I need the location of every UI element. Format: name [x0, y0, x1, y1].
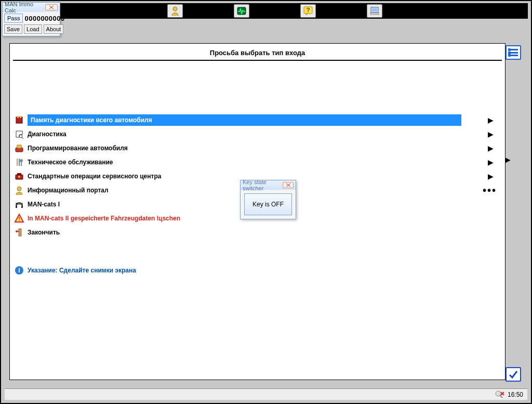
confirm-button[interactable] — [506, 367, 521, 382]
key-switcher-title: Key state switcher — [243, 179, 283, 191]
menu-item-label: Диагностика — [28, 131, 66, 138]
svg-rect-17 — [17, 159, 18, 166]
more-icon: ••• — [483, 188, 497, 192]
key-switcher-window[interactable]: Key state switcher Key is OFF — [240, 180, 296, 219]
menu-item-label: MAN-cats I — [28, 201, 60, 208]
svg-text:?: ? — [307, 7, 310, 13]
svg-point-0 — [173, 7, 177, 11]
chevron-right-icon: ▶ — [488, 158, 494, 166]
top-toolbar: ? — [4, 3, 528, 19]
help-icon: ? — [303, 6, 313, 16]
menu-item[interactable]: Память диагностики всего автомобиля▶ — [10, 113, 505, 127]
menu-item-icon — [14, 171, 24, 181]
svg-rect-11 — [20, 116, 21, 118]
menu-item-label: Стандартные операции сервисного центра — [28, 173, 161, 180]
app-window: ? MAN Immo Calc Pass 0000000000 Save Loa… — [0, 0, 532, 404]
immo-save-button[interactable]: Save — [4, 24, 22, 34]
svg-line-38 — [500, 395, 502, 398]
person-icon — [171, 6, 179, 16]
immo-load-button[interactable]: Load — [24, 24, 42, 34]
menu-item-icon — [14, 227, 24, 238]
heading-divider — [13, 60, 502, 61]
svg-rect-9 — [16, 117, 22, 123]
info-icon: i — [14, 265, 24, 276]
chevron-right-icon: ▶ — [488, 116, 494, 124]
menu-item-icon — [14, 115, 24, 125]
chevron-right-icon: ▶ — [488, 130, 494, 138]
immo-calc-window[interactable]: MAN Immo Calc Pass 0000000000 Save Load … — [2, 2, 60, 36]
status-time: 16:50 — [508, 391, 523, 398]
svg-rect-10 — [17, 116, 19, 118]
menu-item-icon — [14, 157, 24, 167]
key-toggle-button[interactable]: Key is OFF — [244, 193, 292, 215]
svg-point-23 — [18, 176, 20, 178]
warning-icon: ! — [14, 213, 24, 224]
chevron-right-icon: ▶ — [488, 144, 494, 152]
menu-item-label: Техническое обслуживание — [28, 159, 113, 166]
hint-row: i Указание: Сделайте снимки экрана — [10, 265, 505, 276]
menu-item-label: Программирование автомобиля — [28, 145, 128, 152]
toolbar-monitor-button[interactable] — [234, 4, 249, 18]
immo-calc-titlebar[interactable]: MAN Immo Calc — [3, 3, 60, 12]
close-icon[interactable] — [45, 4, 58, 10]
menu-item[interactable]: Закончить — [10, 225, 505, 239]
computer-icon — [370, 7, 379, 15]
key-switcher-titlebar[interactable]: Key state switcher — [241, 180, 296, 190]
menu-item-label: Информационный портал — [28, 187, 109, 194]
toolbar-user-button[interactable] — [167, 4, 183, 18]
svg-marker-32 — [16, 230, 17, 233]
svg-rect-18 — [19, 159, 20, 166]
status-bar: 16:50 — [5, 388, 527, 400]
svg-point-24 — [17, 187, 21, 191]
svg-rect-25 — [16, 205, 17, 208]
monitor-wave-icon — [237, 7, 246, 15]
svg-rect-30 — [19, 229, 21, 236]
menu-item[interactable]: Диагностика▶ — [10, 127, 505, 141]
menu-item[interactable]: Техническое обслуживание▶ — [10, 155, 505, 169]
menu-item-icon — [14, 129, 24, 139]
menu-item-icon: MAN — [14, 199, 24, 210]
check-icon — [508, 369, 518, 380]
svg-rect-22 — [17, 173, 21, 175]
menu-item-label: Закончить — [28, 229, 60, 236]
toolbar-help-button[interactable]: ? — [300, 4, 316, 18]
immo-pass-button[interactable]: Pass — [4, 14, 23, 23]
svg-rect-26 — [21, 205, 23, 208]
hint-text: Указание: Сделайте снимки экрана — [28, 267, 136, 274]
immo-code-value: 0000000000 — [24, 15, 64, 22]
submenu-arrow-icon[interactable]: ▶ — [505, 155, 511, 164]
svg-text:MAN: MAN — [16, 202, 23, 205]
menu-item[interactable]: Программирование автомобиля▶ — [10, 141, 505, 155]
close-icon[interactable] — [283, 182, 294, 188]
menu-item-label: Память диагностики всего автомобиля — [31, 116, 152, 124]
connection-icon — [495, 390, 504, 399]
svg-rect-5 — [372, 8, 377, 11]
svg-rect-6 — [370, 13, 379, 15]
immo-calc-title: MAN Immo Calc — [5, 1, 45, 14]
menu-item-icon — [14, 185, 24, 196]
menu-item-icon — [14, 143, 24, 153]
svg-text:!: ! — [18, 216, 20, 222]
immo-about-button[interactable]: About — [44, 24, 64, 34]
list-view-button[interactable] — [506, 45, 521, 60]
page-title: Просьба выбрать тип входа — [10, 44, 505, 60]
svg-text:i: i — [18, 267, 20, 274]
main-menu: Память диагностики всего автомобиля▶Диаг… — [10, 113, 505, 239]
svg-rect-20 — [21, 162, 22, 166]
toolbar-computer-button[interactable] — [367, 4, 382, 18]
menu-item-label: In MAN-cats II gespeicherte Fahrzeugdate… — [28, 215, 180, 222]
svg-rect-16 — [17, 145, 21, 148]
chevron-right-icon: ▶ — [488, 172, 494, 180]
svg-line-14 — [22, 137, 23, 139]
